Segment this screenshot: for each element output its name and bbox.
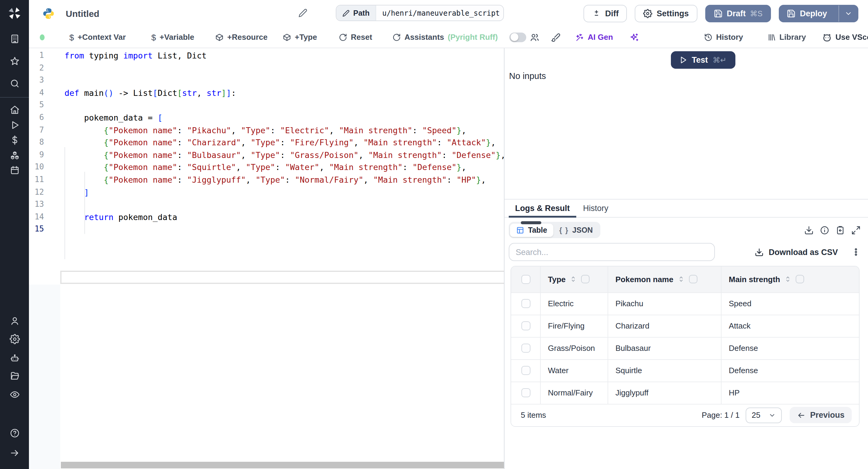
history-clock-icon [704,33,712,41]
download-result-icon[interactable] [804,225,814,235]
table-cell: Water [540,359,608,381]
code-line[interactable] [64,99,523,112]
column-header[interactable]: Main strength [721,267,859,292]
assistants-button[interactable]: Assistants (Pyright Ruff) [393,27,498,48]
code-line[interactable]: {"Pokemon name": "Pikachu", "Type": "Ele… [64,124,523,136]
diff-button[interactable]: Diff [584,4,627,22]
schedules-calendar-icon[interactable] [0,163,29,178]
reset-button[interactable]: Reset [339,27,372,48]
users-person-icon[interactable] [0,313,29,329]
result-controls: Table { } JSON [508,222,861,238]
table-row[interactable]: Fire/FlyingCharizardAttack [511,314,859,337]
tab-logs-result[interactable]: Logs & Result [508,199,577,217]
code-line[interactable]: {"Pokemon name": "Jigglypuff", "Type": "… [64,174,523,186]
table-row[interactable]: Normal/FairyJigglypuffHP [511,381,859,404]
code-line[interactable] [64,198,523,211]
multiplayer-users-icon[interactable] [530,27,539,48]
editor-horizontal-scrollbar[interactable] [61,462,506,468]
row-checkbox[interactable] [521,388,530,397]
sort-icon[interactable] [678,276,685,283]
format-brush-icon[interactable] [551,27,561,48]
tab-history[interactable]: History [577,199,615,217]
add-resource-button[interactable]: +Resource [215,27,268,48]
deploy-label: Deploy [800,9,827,18]
sort-icon[interactable] [570,276,577,283]
deploy-dropdown-button[interactable] [838,5,858,22]
previous-label: Previous [810,410,844,419]
test-run-button[interactable]: Test ⌘↵ [671,51,735,69]
code-line[interactable] [64,74,523,87]
multiplayer-toggle[interactable] [509,27,526,48]
row-checkbox[interactable] [521,344,530,353]
row-checkbox[interactable] [521,321,530,330]
path-value[interactable]: u/henri/maneuverable_script [376,9,504,17]
ai-gen-button[interactable]: AI Gen [576,27,613,48]
path-field[interactable]: Path u/henri/maneuverable_script [336,5,504,21]
variables-dollar-icon[interactable] [0,133,29,148]
code-line[interactable]: {"Pokemon name": "Squirtle", "Type": "Wa… [64,161,523,174]
help-icon[interactable] [0,426,29,441]
view-json-button[interactable]: { } JSON [553,223,598,237]
add-type-button[interactable]: +Type [283,27,317,48]
table-row[interactable]: Grass/PoisonBulbasaurDefense [511,337,859,359]
settings-gear-icon[interactable] [0,332,29,347]
use-vscode-button[interactable]: Use VScode [822,27,868,48]
info-icon[interactable] [820,225,830,235]
toggle-off[interactable] [509,32,526,42]
code-line[interactable]: {"Pokemon name": "Charizard", "Type": "F… [64,136,523,149]
search-input[interactable] [508,243,715,261]
row-checkbox[interactable] [521,366,530,375]
history-label: History [716,33,743,41]
history-button[interactable]: History [704,27,743,48]
favorites-star-icon[interactable] [0,54,29,69]
runs-play-icon[interactable] [0,118,29,133]
add-variable-button[interactable]: $ +Variable [151,27,194,48]
column-filter-chip[interactable] [581,275,590,284]
table-row[interactable]: WaterSquirtleDefense [511,359,859,381]
library-button[interactable]: Library [767,27,806,48]
windmill-logo-icon[interactable] [7,5,22,22]
table-row[interactable]: ElectricPikachuSpeed [511,292,859,314]
home-icon[interactable] [0,102,29,118]
copy-result-icon[interactable] [835,225,845,235]
column-header[interactable]: Type [540,267,608,292]
expand-icon[interactable] [851,225,861,235]
sparkles-icon[interactable] [629,27,639,48]
sort-icon[interactable] [784,276,792,283]
page-size-select[interactable]: 25 [746,407,782,423]
search-icon[interactable] [0,76,29,91]
audit-eye-icon[interactable] [0,387,29,402]
download-csv-button[interactable]: Download as CSV [755,247,838,256]
add-context-var-button[interactable]: $ +Context Var [69,27,126,48]
deploy-button[interactable]: Deploy [779,4,858,22]
select-all-checkbox[interactable] [521,275,530,284]
code-line[interactable]: ] [64,186,523,198]
column-header[interactable]: Pokemon name [608,267,721,292]
column-filter-chip[interactable] [796,275,804,284]
previous-page-button[interactable]: Previous [789,407,852,423]
resources-boxes-icon[interactable] [0,148,29,163]
code-line[interactable]: def main() -> List[Dict[str, str]]: [64,87,523,99]
view-table-button[interactable]: Table [510,223,553,237]
table-cell: Defense [721,359,859,381]
code-line[interactable]: from typing import List, Dict [64,50,523,62]
code-line[interactable]: {"Pokemon name": "Bulbasaur", "Type": "G… [64,149,523,161]
collapse-arrow-right-icon[interactable] [0,445,29,461]
workers-robot-icon[interactable] [0,351,29,366]
settings-button[interactable]: Settings [635,4,698,22]
code-line[interactable] [64,62,523,74]
code-lines[interactable]: from typing import List, Dictdef main() … [64,50,523,236]
row-checkbox[interactable] [521,299,530,308]
draft-button[interactable]: Draft ⌘S [705,4,771,22]
table-menu-kebab-icon[interactable] [851,247,861,257]
script-title[interactable]: Untitled [66,8,99,19]
column-filter-chip[interactable] [689,275,698,284]
workspace-building-icon[interactable] [0,31,29,46]
code-line[interactable]: pokemon_data = [ [64,112,523,124]
edit-title-pencil-icon[interactable] [299,8,307,18]
code-editor[interactable]: 123456789101112131415 from typing import… [29,48,523,469]
code-line[interactable]: return pokemon_data [64,211,523,223]
panel-splitter-handle[interactable] [521,221,541,224]
code-line[interactable] [64,223,523,236]
folders-icon[interactable] [0,368,29,383]
